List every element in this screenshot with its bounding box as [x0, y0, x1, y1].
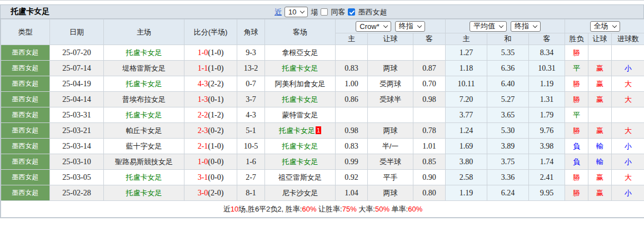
col-type: 类型: [1, 19, 50, 45]
result-wdl-cell: 平: [565, 61, 588, 76]
avg-away-cell: 1.74: [529, 154, 565, 170]
result-wdl-cell: 勝: [565, 170, 588, 185]
title-bar: 托盧卡女足 近 10 場 同客 墨西女超: [1, 5, 643, 19]
odds-handicap-cell: 两球: [368, 61, 413, 76]
avg-away-cell: 2.41: [529, 170, 565, 185]
table-row: 墨西女超 25-07-14 堤格雷斯女足 1-1(1-0) 13-2 托盧卡女足…: [1, 61, 644, 76]
away-team-cell: 托盧卡女足: [265, 154, 336, 170]
result-goals-cell: [612, 107, 644, 123]
odds-home-cell: 0.83: [336, 61, 368, 76]
result-handicap-cell: 赢: [588, 170, 612, 185]
table-row: 墨西女超 25-07-20 托盧卡女足 1-0(1-0) 9-3 拿根亞女足 1…: [1, 45, 644, 61]
corner-cell: 9-3: [237, 45, 265, 61]
away-team-cell: 蒙特雷女足: [265, 107, 336, 123]
bookmaker-value: Crow*: [360, 22, 379, 31]
avg-method-value: 平均值: [473, 21, 495, 31]
fulltime-score: 2-1: [198, 142, 208, 150]
halftime-score: (0-1): [208, 95, 223, 104]
away-team-cell: 托盧卡女足: [265, 92, 336, 107]
avg-draw-cell: 3.89: [487, 139, 529, 154]
home-team-name: 普埃布拉女足: [122, 95, 166, 104]
recent-count-select[interactable]: 10: [284, 7, 308, 17]
corner-cell: 5-1: [237, 123, 265, 139]
halftime-score: (1-2): [208, 111, 223, 119]
recent-link[interactable]: 近: [274, 7, 282, 17]
col-corner: 角球: [237, 19, 265, 45]
score-cell: 3-1(0-0): [184, 170, 237, 185]
match-date: 25-07-14: [50, 61, 104, 76]
league-filter-checkbox[interactable]: [348, 8, 355, 16]
footer-summary-segment: 10: [231, 205, 238, 213]
col-avg-home: 主: [446, 33, 487, 45]
odds-handicap-cell: 两球: [368, 123, 413, 139]
chevron-down-icon: [383, 23, 387, 27]
filter-controls: 近 10 場 同客 墨西女超: [274, 5, 387, 19]
recent-count-value: 10: [288, 8, 296, 16]
odds-home-cell: 0.98: [336, 123, 368, 139]
home-team-name: 托盧卡女足: [126, 189, 162, 197]
col-score: 比分(半场): [184, 19, 237, 45]
home-team-name: 托盧卡女足: [126, 48, 162, 57]
home-team-name: 托盧卡女足: [126, 173, 162, 181]
away-team-name: 尼卡沙女足: [282, 189, 318, 197]
bookmaker-select[interactable]: Crow*: [356, 21, 391, 32]
home-team-name: 托盧卡女足: [126, 111, 162, 119]
away-team-cell: 拿根亞女足: [265, 45, 336, 61]
home-team-cell: 托盧卡女足: [104, 185, 184, 201]
match-history-widget: 托盧卡女足 近 10 場 同客 墨西女超 类型 日期 主场: [0, 4, 644, 218]
halftime-score: (1-0): [208, 48, 223, 57]
halftime-score: (2-2): [208, 80, 223, 88]
chevron-down-icon: [612, 23, 616, 27]
league-filter-label: 墨西女超: [358, 7, 387, 17]
odds-handicap-cell: [368, 107, 413, 123]
avg-stage-select[interactable]: 终指: [511, 21, 541, 32]
match-date: 25-02-28: [50, 185, 104, 201]
table-row: 墨西女超 25-03-31 托盧卡女足 2-2(1-2) 4-3 蒙特雷女足 3…: [1, 107, 644, 123]
league-badge: 墨西女超: [1, 61, 50, 76]
match-scope-value: 全场: [594, 21, 608, 31]
col-odds-away: 客: [413, 33, 446, 45]
result-handicap-cell: 赢: [588, 185, 612, 201]
result-wdl-cell: 負: [565, 139, 588, 154]
table-row: 墨西女超 25-03-21 帕丘卡女足 2-3(0-2) 5-1 托盧卡女足1 …: [1, 123, 644, 139]
avg-away-cell: 9.95: [529, 185, 565, 201]
bookmaker-stage-select[interactable]: 终指: [395, 21, 425, 32]
avg-draw-cell: 3.65: [487, 107, 529, 123]
odds-handicap-cell: 受两球: [368, 76, 413, 92]
match-scope-select[interactable]: 全场: [590, 21, 620, 32]
odds-home-cell: 0.99: [336, 154, 368, 170]
fulltime-score: 1-1: [198, 64, 208, 72]
halftime-score: (1-0): [208, 64, 223, 72]
home-team-name: 堤格雷斯女足: [122, 64, 166, 72]
away-team-cell: 祖亞雷斯女足: [265, 170, 336, 185]
red-card-badge: 1: [316, 126, 321, 134]
corner-cell: 3-7: [237, 92, 265, 107]
avg-method-select[interactable]: 平均值: [470, 21, 507, 32]
avg-away-cell: 3.98: [529, 139, 565, 154]
avg-home-cell: 7.20: [446, 92, 487, 107]
match-date: 25-04-14: [50, 92, 104, 107]
footer-summary-segment: 60%: [408, 205, 422, 213]
avg-draw-cell: 5.27: [487, 92, 529, 107]
score-cell: 2-1(1-0): [184, 139, 237, 154]
footer-summary-segment: 大率:: [357, 205, 375, 213]
col-avg-away: 客: [529, 33, 565, 45]
avg-home-cell: 1.27: [446, 45, 487, 61]
avg-stage-value: 终指: [515, 21, 529, 31]
same-away-checkbox[interactable]: [321, 8, 328, 16]
avg-home-cell: 3.80: [446, 154, 487, 170]
halftime-score: (1-0): [208, 142, 223, 150]
result-wdl-cell: 勝: [565, 76, 588, 92]
footer-summary-segment: 75%: [342, 205, 357, 213]
result-goals-cell: 大: [612, 76, 644, 92]
score-cell: 4-3(2-2): [184, 76, 237, 92]
odds-away-cell: 0.90: [413, 170, 446, 185]
result-wdl-cell: 平: [565, 107, 588, 123]
match-date: 25-03-14: [50, 139, 104, 154]
chevron-down-icon: [300, 9, 304, 13]
away-team-name: 托盧卡女足: [282, 142, 318, 150]
avg-draw-cell: 3.75: [487, 154, 529, 170]
same-away-label: 同客: [331, 7, 345, 17]
result-goals-cell: 小: [612, 139, 644, 154]
match-rows: 墨西女超 25-07-20 托盧卡女足 1-0(1-0) 9-3 拿根亞女足 1…: [1, 45, 644, 201]
